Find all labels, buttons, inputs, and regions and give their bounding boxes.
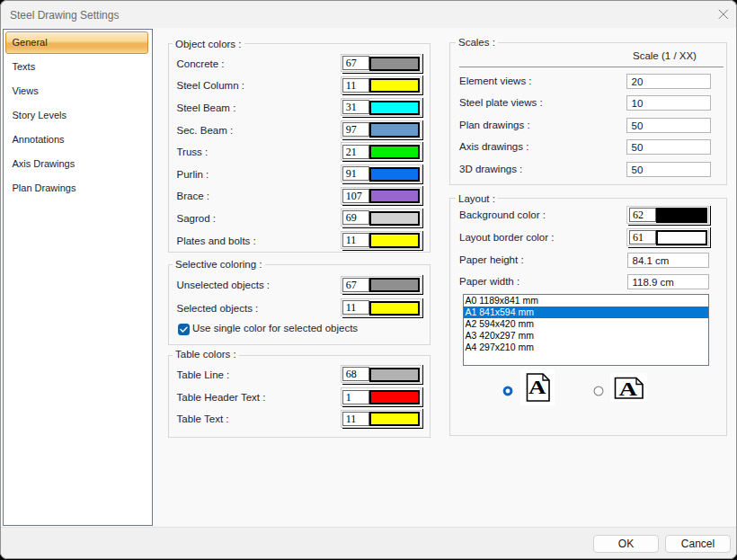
svg-text:A: A bbox=[618, 378, 637, 400]
svg-text:A: A bbox=[528, 376, 546, 398]
